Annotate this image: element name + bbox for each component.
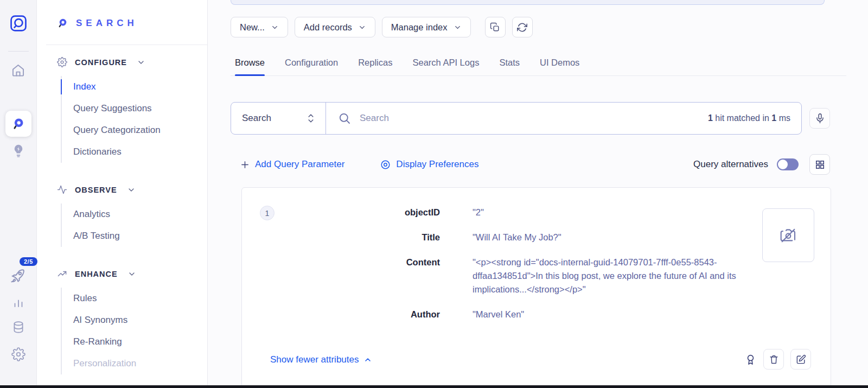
index-tabs: Browse Configuration Replicas Search API… <box>231 58 846 76</box>
section-enhance-header[interactable]: ENHANCE <box>57 269 207 279</box>
tab-configuration[interactable]: Configuration <box>285 58 338 75</box>
tab-stats[interactable]: Stats <box>499 58 520 75</box>
attribute-label: Content <box>242 256 440 269</box>
sidebar-item-query-suggestions[interactable]: Query Suggestions <box>73 98 207 119</box>
add-records-label: Add records <box>304 22 352 33</box>
sidebar-item-analytics[interactable]: Analytics <box>73 203 207 225</box>
search-mode-value: Search <box>242 113 271 124</box>
sidebar-divider <box>46 44 207 45</box>
section-configure-label: CONFIGURE <box>75 58 127 67</box>
hits-time: 1 <box>771 113 776 123</box>
voice-search-button[interactable] <box>809 108 830 129</box>
attribute-row-title: Title "Will AI Take My Job?" <box>242 231 757 244</box>
section-configure: CONFIGURE Index Query Suggestions Query … <box>57 57 207 163</box>
hit-card: 1 objectID "2" Title "Will AI Take My Jo… <box>241 187 831 388</box>
search-product-icon <box>11 117 25 131</box>
hit-attributes: objectID "2" Title "Will AI Take My Job?… <box>242 206 757 321</box>
rail-divider <box>8 51 29 52</box>
tab-ui-demos[interactable]: UI Demos <box>540 58 579 75</box>
rail-item-search-active[interactable] <box>5 111 31 137</box>
search-mode-select[interactable]: Search <box>231 103 326 134</box>
award-ribbon-icon[interactable] <box>744 353 757 366</box>
refresh-button[interactable] <box>512 17 533 37</box>
section-observe: OBSERVE Analytics A/B Testing <box>57 185 207 247</box>
enhance-items: Rules AI Synonyms Re-Ranking Personaliza… <box>61 288 207 374</box>
search-input[interactable] <box>360 113 699 124</box>
algolia-dashboard: 2/5 SEA <box>0 0 868 388</box>
chevron-down-icon <box>358 23 366 31</box>
edit-pencil-icon <box>796 354 806 365</box>
chevron-up-icon <box>363 355 372 364</box>
add-query-parameter-label: Add Query Parameter <box>255 159 344 170</box>
index-selector-cutoff <box>231 0 825 5</box>
microphone-icon <box>815 113 825 124</box>
hits-text: hit matched in <box>713 113 772 123</box>
manage-index-button[interactable]: Manage index <box>382 17 471 37</box>
sidebar-item-personalization[interactable]: Personalization <box>73 353 207 374</box>
bar-chart-icon[interactable] <box>12 296 25 309</box>
search-input-area: 1 hit matched in 1 ms <box>326 103 801 134</box>
search-icon <box>338 112 351 125</box>
settings-gear-icon[interactable] <box>11 347 25 361</box>
chevron-down-icon <box>454 23 462 31</box>
database-icon[interactable] <box>11 320 25 334</box>
attribute-row-content: Content "<p><strong id="docs-internal-gu… <box>242 256 757 296</box>
copy-button[interactable] <box>485 17 506 37</box>
chevron-down-icon <box>137 58 145 67</box>
eye-icon <box>380 160 391 170</box>
home-icon[interactable] <box>11 63 25 78</box>
edit-record-button[interactable] <box>790 349 811 370</box>
tab-replicas[interactable]: Replicas <box>358 58 392 75</box>
camera-off-icon <box>780 227 797 244</box>
section-enhance-label: ENHANCE <box>75 270 118 278</box>
sidebar-item-ab-testing[interactable]: A/B Testing <box>73 225 207 247</box>
new-button[interactable]: New... <box>231 17 288 37</box>
section-configure-header[interactable]: CONFIGURE <box>57 57 207 67</box>
main-content: New... Add records Manage index <box>208 0 868 388</box>
sidebar-item-index[interactable]: Index <box>73 76 207 98</box>
add-query-parameter-link[interactable]: Add Query Parameter <box>240 159 344 170</box>
display-preferences-label: Display Preferences <box>396 159 478 170</box>
taskbar-edge <box>0 385 868 388</box>
hits-count: 1 <box>708 113 713 123</box>
grid-icon <box>815 160 825 170</box>
recommend-bulb-icon[interactable] <box>11 143 25 160</box>
configure-items: Index Query Suggestions Query Categoriza… <box>61 76 207 163</box>
add-records-button[interactable]: Add records <box>295 17 375 37</box>
delete-record-button[interactable] <box>763 349 784 370</box>
plus-icon <box>240 160 250 169</box>
attribute-value: "<p><strong id="docs-internal-guid-14079… <box>473 256 757 296</box>
attribute-label: objectID <box>242 206 440 219</box>
sidebar-item-dictionaries[interactable]: Dictionaries <box>73 141 207 163</box>
query-alternatives-toggle[interactable] <box>777 158 799 170</box>
section-observe-header[interactable]: OBSERVE <box>57 185 207 195</box>
attribute-value: "2" <box>473 206 757 219</box>
tab-browse[interactable]: Browse <box>235 58 265 75</box>
manage-index-label: Manage index <box>391 22 448 33</box>
query-alternatives-label: Query alternatives <box>693 159 768 170</box>
query-row-right: Query alternatives <box>693 154 830 175</box>
sidebar-item-rules[interactable]: Rules <box>73 288 207 309</box>
tab-search-api-logs[interactable]: Search API Logs <box>412 58 479 75</box>
algolia-logo-icon[interactable] <box>9 14 28 33</box>
show-fewer-attributes-link[interactable]: Show fewer attributes <box>270 354 372 365</box>
refresh-icon <box>517 22 527 33</box>
search-magnifier-icon <box>57 17 68 29</box>
display-preferences-link[interactable]: Display Preferences <box>380 159 478 170</box>
section-enhance: ENHANCE Rules AI Synonyms Re-Ranking Per… <box>57 269 207 374</box>
chevron-down-icon <box>127 270 136 278</box>
attribute-label: Title <box>242 231 440 244</box>
sidebar-item-query-categorization[interactable]: Query Categorization <box>73 119 207 141</box>
search-bar: Search 1 hit matched in 1 ms <box>231 102 802 135</box>
rail-item-upgrade[interactable]: 2/5 <box>9 267 28 285</box>
rocket-icon <box>9 267 28 284</box>
copy-icon <box>490 22 500 33</box>
search-sidebar: SEARCH CONFIGURE Index Query Suggestions <box>37 0 208 388</box>
layout-grid-button[interactable] <box>809 154 830 175</box>
section-observe-label: OBSERVE <box>75 186 117 194</box>
sidebar-item-re-ranking[interactable]: Re-Ranking <box>73 331 207 353</box>
attribute-row-objectid: objectID "2" <box>242 206 757 219</box>
image-placeholder <box>762 208 814 262</box>
attribute-row-author: Author "Marvel Ken" <box>242 308 757 321</box>
sidebar-item-ai-synonyms[interactable]: AI Synonyms <box>73 309 207 331</box>
